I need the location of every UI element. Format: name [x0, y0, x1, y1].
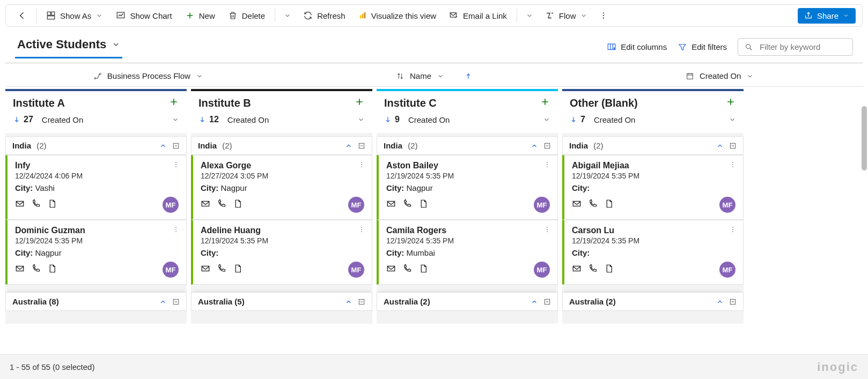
plus-icon	[540, 96, 550, 107]
refresh-button[interactable]: Refresh	[298, 8, 351, 24]
lane-count[interactable]: 27	[13, 115, 33, 124]
show-as-button[interactable]: Show As	[41, 8, 108, 24]
card-phone-button[interactable]	[31, 264, 41, 276]
view-selector[interactable]: Active Students	[15, 35, 122, 58]
delete-button[interactable]: Delete	[223, 8, 270, 24]
card-doc-button[interactable]	[233, 199, 242, 211]
kanban-card[interactable]: Alexa Gorge12/27/2024 3:05 PMCity: Nagpu…	[191, 155, 372, 220]
lane-sort[interactable]: Created On	[227, 115, 365, 124]
chevron-down-icon	[284, 12, 291, 19]
card-city: City: Vashi	[15, 183, 179, 192]
card-phone-button[interactable]	[588, 264, 598, 276]
card-menu-button[interactable]	[543, 226, 551, 235]
lane-sort[interactable]: Created On	[408, 115, 550, 124]
sort-bpf[interactable]: Business Process Flow	[5, 71, 291, 80]
card-mail-button[interactable]	[201, 264, 210, 276]
card-doc-button[interactable]	[47, 199, 57, 211]
sort-created[interactable]: Created On	[577, 71, 863, 80]
group-header[interactable]: Australia (8)	[5, 292, 187, 311]
card-menu-button[interactable]	[729, 226, 737, 235]
card-menu-button[interactable]	[358, 226, 365, 235]
card-menu-button[interactable]	[358, 161, 365, 170]
group-header[interactable]: India (2)	[5, 136, 187, 155]
delete-split-button[interactable]	[279, 9, 296, 23]
share-button[interactable]: Share	[798, 8, 856, 24]
lane-sort[interactable]: Created On	[42, 115, 179, 124]
card-doc-button[interactable]	[604, 199, 614, 211]
card-mail-button[interactable]	[386, 199, 396, 211]
svg-point-23	[175, 231, 176, 232]
group-header[interactable]: Australia (2)	[377, 292, 558, 311]
keyword-search[interactable]	[738, 38, 853, 56]
card-phone-button[interactable]	[217, 264, 226, 276]
card-mail-button[interactable]	[572, 264, 582, 276]
visualize-label: Visualize this view	[371, 11, 436, 20]
group-header[interactable]: Australia (5)	[191, 292, 372, 311]
add-card-button[interactable]	[725, 96, 736, 109]
new-button[interactable]: New	[180, 8, 220, 24]
group-header[interactable]: India (2)	[191, 136, 372, 155]
kanban-card[interactable]: Infy12/24/2024 4:06 PMCity: VashiMF	[5, 155, 187, 220]
kanban-card[interactable]: Camila Rogers12/19/2024 5:35 PMCity: Mum…	[377, 220, 558, 285]
card-phone-button[interactable]	[217, 199, 226, 211]
card-doc-button[interactable]	[233, 264, 242, 276]
keyword-search-input[interactable]	[759, 42, 846, 52]
kanban-card[interactable]: Carson Lu12/19/2024 5:35 PMCity: MF	[562, 220, 744, 285]
avatar[interactable]: MF	[348, 262, 364, 278]
add-card-button[interactable]	[168, 96, 179, 109]
kanban-card[interactable]: Dominic Guzman12/19/2024 5:35 PMCity: Na…	[5, 220, 187, 285]
lane-sort[interactable]: Created On	[594, 115, 736, 124]
card-city: City:	[572, 183, 735, 192]
email-link-button[interactable]: Email a Link	[444, 8, 512, 24]
avatar[interactable]: MF	[719, 262, 735, 278]
card-mail-button[interactable]	[15, 264, 25, 276]
card-mail-button[interactable]	[201, 199, 210, 211]
card-mail-button[interactable]	[572, 199, 582, 211]
card-doc-button[interactable]	[418, 199, 428, 211]
group-header[interactable]: India (2)	[377, 136, 558, 155]
group-header[interactable]: India (2)	[562, 136, 744, 155]
card-menu-button[interactable]	[172, 226, 180, 235]
sort-name[interactable]: Name	[291, 71, 577, 80]
kanban-card[interactable]: Adeline Huang12/19/2024 5:35 PMCity: MF	[191, 220, 372, 285]
add-card-button[interactable]	[354, 96, 365, 109]
vertical-scrollbar[interactable]	[862, 106, 867, 170]
back-button[interactable]	[12, 7, 32, 24]
card-doc-button[interactable]	[604, 264, 614, 276]
edit-filters-button[interactable]: Edit filters	[678, 42, 727, 52]
lane-count[interactable]: 7	[570, 115, 585, 124]
avatar[interactable]: MF	[534, 262, 550, 278]
svg-rect-44	[387, 266, 395, 271]
add-card-button[interactable]	[540, 96, 550, 109]
card-mail-button[interactable]	[386, 264, 396, 276]
card-doc-button[interactable]	[47, 264, 57, 276]
record-count-status: 1 - 55 of 55 (0 selected)	[10, 362, 94, 371]
edit-columns-button[interactable]: Edit columns	[607, 42, 667, 52]
card-menu-button[interactable]	[172, 161, 180, 170]
card-mail-button[interactable]	[15, 199, 25, 211]
chevron-up-icon	[716, 142, 724, 150]
flow-button[interactable]: Flow	[540, 8, 593, 24]
kanban-card[interactable]: Aston Bailey12/19/2024 5:35 PMCity: Nagp…	[377, 155, 558, 220]
lane-count[interactable]: 12	[198, 115, 219, 124]
board-icon	[46, 11, 56, 20]
group-header[interactable]: Australia (2)	[562, 292, 744, 311]
card-menu-button[interactable]	[543, 161, 551, 170]
overflow-button[interactable]	[595, 8, 612, 23]
card-phone-button[interactable]	[588, 199, 598, 211]
card-phone-button[interactable]	[402, 264, 412, 276]
lane-count[interactable]: 9	[384, 115, 400, 124]
avatar[interactable]: MF	[534, 197, 550, 213]
card-phone-button[interactable]	[31, 199, 41, 211]
card-doc-button[interactable]	[418, 264, 428, 276]
email-link-split-button[interactable]	[521, 9, 538, 23]
avatar[interactable]: MF	[163, 262, 179, 278]
visualize-button[interactable]: Visualize this view	[353, 8, 442, 24]
avatar[interactable]: MF	[719, 197, 735, 213]
show-chart-button[interactable]: Show Chart	[111, 8, 177, 24]
card-phone-button[interactable]	[402, 199, 412, 211]
avatar[interactable]: MF	[348, 197, 364, 213]
card-menu-button[interactable]	[729, 161, 737, 170]
kanban-card[interactable]: Abigail Mejiaa12/19/2024 5:35 PMCity: MF	[562, 155, 744, 220]
avatar[interactable]: MF	[163, 197, 179, 213]
